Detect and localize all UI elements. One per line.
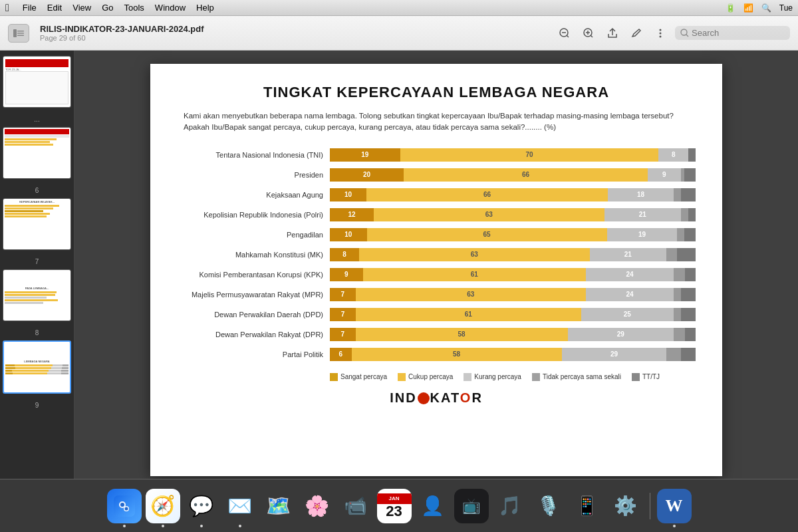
annotate-button[interactable] xyxy=(627,24,646,43)
svg-rect-1 xyxy=(17,31,24,32)
svg-point-11 xyxy=(660,29,662,31)
bar-segment-ttj xyxy=(677,248,696,261)
chart-row: Mahkamah Konstitusi (MK)86321 xyxy=(177,247,696,263)
thumbnail-page-9[interactable]: LEMBAGA NEGARA xyxy=(3,340,71,394)
bar-segment-kurang: 21 xyxy=(590,248,667,261)
dock-facetime[interactable]: 📹 xyxy=(338,489,373,523)
chart-row-label: Kejaksaan Agung xyxy=(177,191,330,199)
bar-segment-kurang: 21 xyxy=(604,208,682,221)
sidebar-toggle-button[interactable] xyxy=(8,24,29,43)
dock-contacts[interactable]: 👤 xyxy=(416,489,450,523)
chart-row: Kejaksaan Agung106618 xyxy=(177,187,696,203)
legend-color-swatch xyxy=(464,373,471,381)
battery-icon: 🔋 xyxy=(726,3,735,13)
dock-podcasts[interactable]: 🎙️ xyxy=(531,489,566,523)
svg-rect-0 xyxy=(13,29,17,37)
menu-go[interactable]: Go xyxy=(102,3,113,13)
main-area: TOR-23-JA... ... 6 K xyxy=(0,51,798,479)
thumbnail-page-prev1[interactable]: TOR-23-JA... xyxy=(3,56,71,108)
chart-row: Pengadilan106519 xyxy=(177,227,696,243)
bar-segment-kurang: 24 xyxy=(586,268,674,281)
bar-segment-ttj xyxy=(685,328,696,341)
zoom-in-button[interactable] xyxy=(579,24,598,43)
dock-systemprefs[interactable]: ⚙️ xyxy=(608,489,643,523)
menu-file[interactable]: File xyxy=(23,3,37,13)
bar-segment-sangat: 9 xyxy=(330,268,363,281)
bar-segment-ttj xyxy=(684,228,696,241)
legend-label: Kurang percaya xyxy=(474,373,521,380)
thumbnail-sidebar: TOR-23-JA... ... 6 K xyxy=(0,51,74,479)
chart-area: Tentara Nasional Indonesia (TNI)19708Pre… xyxy=(177,147,696,362)
time-display: Tue xyxy=(779,3,793,13)
dock-photos[interactable]: 🌸 xyxy=(300,489,334,523)
bar-segment-sangat: 20 xyxy=(330,168,404,182)
toolbar: RILIS-INDIKATOR-23-JANUARI-2024.pdf Page… xyxy=(0,16,798,51)
chart-row-label: Kepolisian Republik Indonesia (Polri) xyxy=(177,211,330,219)
bar-segment-tidak xyxy=(677,228,684,241)
legend-color-swatch xyxy=(398,373,406,381)
more-options-button[interactable] xyxy=(651,24,670,43)
menu-help[interactable]: Help xyxy=(196,3,214,13)
bar-segment-tidak xyxy=(674,308,681,321)
legend-item: Kurang percaya xyxy=(464,373,521,381)
dock-finder[interactable] xyxy=(107,489,142,523)
legend-label: TT/TJ xyxy=(642,373,660,380)
bar-segment-ttj xyxy=(688,148,696,162)
chart-row: Tentara Nasional Indonesia (TNI)19708 xyxy=(177,147,696,163)
dock-maps[interactable]: 🗺️ xyxy=(261,489,296,523)
chart-row: Kepolisian Republik Indonesia (Polri)126… xyxy=(177,207,696,223)
thumbnail-page-7[interactable]: KEPERCAYAAN WILAYAH... xyxy=(3,198,71,250)
chart-row: Komisi Pemberantasan Korupsi (KPK)96124 xyxy=(177,267,696,283)
dock-messages[interactable]: 💬 xyxy=(184,489,219,523)
dock-appletv[interactable]: 📺 xyxy=(454,489,489,523)
dock-calendar[interactable]: JAN 23 xyxy=(377,489,412,523)
menu-view[interactable]: View xyxy=(72,3,91,13)
dock-safari[interactable]: 🧭 xyxy=(146,489,180,523)
bar-segment-ttj xyxy=(681,188,696,201)
bar-segment-kurang: 19 xyxy=(607,228,678,241)
bar-segment-cukup: 63 xyxy=(356,288,587,301)
bar-segment-tidak xyxy=(674,288,681,301)
bar-segment-kurang: 8 xyxy=(658,148,688,162)
bar-segment-kurang: 18 xyxy=(608,188,674,201)
bar-segment-ttj xyxy=(684,168,696,182)
apple-menu[interactable]:  xyxy=(5,2,9,14)
menubar-right: 🔋 📶 🔍 Tue xyxy=(726,3,793,13)
legend-color-swatch xyxy=(632,373,640,381)
dock-music[interactable]: 🎵 xyxy=(493,489,527,523)
thumbnail-page-8[interactable]: PADA LEMBAGA... xyxy=(3,269,71,321)
search-bar[interactable] xyxy=(675,26,790,40)
bar-segment-ttj xyxy=(688,208,696,221)
document-page-info: Page 29 of 60 xyxy=(40,34,204,42)
menu-window[interactable]: Window xyxy=(155,3,186,13)
dock-mail[interactable]: ✉️ xyxy=(223,489,257,523)
menu-tools[interactable]: Tools xyxy=(124,3,144,13)
thumbnail-page-6[interactable] xyxy=(3,127,71,179)
bar-segment-ttj xyxy=(681,308,696,321)
menu-edit[interactable]: Edit xyxy=(47,3,62,13)
bar-segment-kurang: 9 xyxy=(648,168,681,182)
magnifier-icon[interactable]: 🔍 xyxy=(761,3,771,13)
thumb-label-7: 7 xyxy=(3,257,71,267)
chart-row: Dewan Perwakilan Daerah (DPD)76125 xyxy=(177,307,696,323)
share-button[interactable] xyxy=(603,24,622,43)
chart-row-label: Mahkamah Konstitusi (MK) xyxy=(177,251,330,259)
search-input[interactable] xyxy=(692,28,785,38)
legend-item: Sangat percaya xyxy=(330,373,387,381)
svg-point-18 xyxy=(120,503,124,507)
legend-color-swatch xyxy=(532,373,540,381)
bar-segment-ttj xyxy=(681,288,696,301)
chart-bars: 65829 xyxy=(330,348,696,361)
zoom-out-button[interactable] xyxy=(555,24,574,43)
bar-segment-cukup: 66 xyxy=(366,188,608,201)
chart-bars: 19708 xyxy=(330,148,696,162)
chart-title: TINGKAT KEPERCAYAAN LEMBAGA NEGARA xyxy=(177,84,696,101)
dock-appstore[interactable]: 📱 xyxy=(570,489,604,523)
bar-segment-kurang: 29 xyxy=(562,348,667,361)
legend-label: Cukup percaya xyxy=(408,373,453,380)
chart-row: Majelis Permusyawaratan Rakyat (MPR)7632… xyxy=(177,287,696,303)
bar-segment-sangat: 6 xyxy=(330,348,352,361)
bar-segment-tidak xyxy=(681,208,688,221)
chart-bars: 20669 xyxy=(330,168,696,182)
dock-word[interactable]: W xyxy=(657,489,692,523)
